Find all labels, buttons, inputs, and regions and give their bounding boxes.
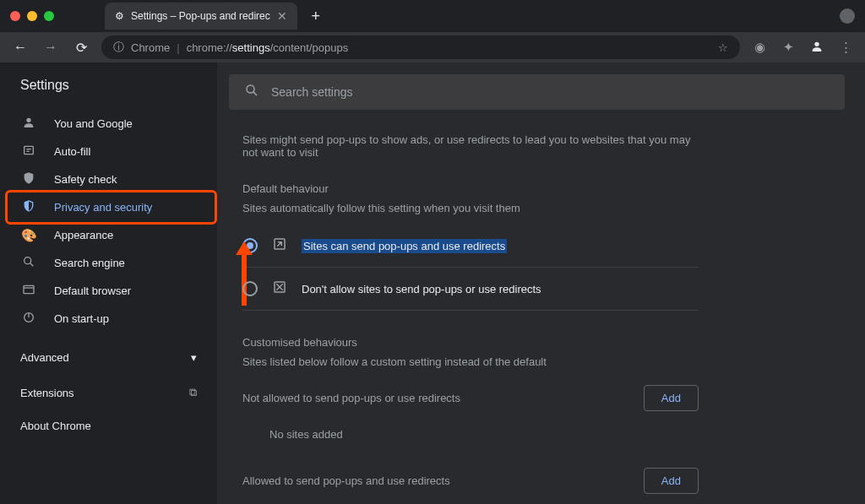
extensions-label: Extensions bbox=[20, 387, 74, 399]
radio-label-allow: Sites can send pop-ups and use redirects bbox=[302, 239, 507, 253]
chevron-down-icon: ▾ bbox=[191, 351, 197, 364]
address-bar[interactable]: ⓘ Chrome | chrome://settings/content/pop… bbox=[101, 35, 740, 59]
back-button[interactable]: ← bbox=[10, 40, 30, 55]
sidebar-item-search[interactable]: Search engine bbox=[0, 249, 217, 277]
sidebar-item-you-google[interactable]: You and Google bbox=[0, 110, 217, 138]
advanced-label: Advanced bbox=[20, 351, 69, 364]
power-icon bbox=[20, 311, 37, 327]
svg-rect-2 bbox=[24, 146, 34, 154]
maximize-window-button[interactable] bbox=[44, 11, 54, 21]
sidebar-item-default-browser[interactable]: Default browser bbox=[0, 277, 217, 305]
sidebar-item-label: Appearance bbox=[54, 229, 113, 241]
search-icon bbox=[20, 255, 37, 271]
svg-line-6 bbox=[30, 263, 34, 267]
reload-button[interactable]: ⟳ bbox=[71, 40, 91, 56]
tab-title: Settings – Pop-ups and redirec bbox=[131, 10, 270, 22]
custom-behaviours-title: Customised behaviours bbox=[242, 336, 699, 349]
sidebar-extensions[interactable]: Extensions ⧉ bbox=[0, 376, 217, 409]
no-sites-allowed: No sites added bbox=[242, 501, 699, 504]
autofill-icon bbox=[20, 144, 37, 160]
profile-icon[interactable] bbox=[808, 40, 826, 56]
add-not-allowed-button[interactable]: Add bbox=[644, 385, 699, 411]
shield-check-icon bbox=[20, 171, 37, 187]
svg-rect-7 bbox=[24, 285, 34, 293]
svg-point-1 bbox=[26, 118, 30, 122]
close-window-button[interactable] bbox=[10, 11, 20, 21]
minimize-window-button[interactable] bbox=[27, 11, 37, 21]
sidebar-item-privacy[interactable]: Privacy and security bbox=[0, 193, 217, 221]
external-link-icon: ⧉ bbox=[189, 386, 197, 399]
sidebar-header: Settings bbox=[0, 78, 217, 110]
sidebar-item-label: On start-up bbox=[54, 312, 109, 325]
close-tab-icon[interactable]: ✕ bbox=[277, 9, 287, 23]
about-label: About Chrome bbox=[20, 420, 91, 432]
radio-label-block: Don't allow sites to send pop-ups or use… bbox=[302, 283, 541, 295]
add-allowed-button[interactable]: Add bbox=[644, 468, 699, 494]
settings-search[interactable] bbox=[229, 74, 845, 110]
forward-button[interactable]: → bbox=[41, 40, 61, 55]
gear-icon: ⚙ bbox=[115, 10, 124, 22]
default-behaviour-sub: Sites automatically follow this setting … bbox=[242, 202, 699, 214]
sidebar-advanced[interactable]: Advanced ▾ bbox=[0, 339, 217, 376]
no-sites-not-allowed: No sites added bbox=[242, 418, 699, 451]
profile-indicator-icon[interactable] bbox=[840, 8, 855, 24]
settings-sidebar: Settings You and Google Auto-fill Safety… bbox=[0, 62, 217, 504]
settings-main: Sites might send pop-ups to show ads, or… bbox=[217, 62, 865, 504]
sidebar-item-label: Privacy and security bbox=[54, 201, 152, 214]
extensions-icon[interactable]: ✦ bbox=[779, 40, 797, 55]
allowed-title: Allowed to send pop-ups and use redirect… bbox=[242, 474, 450, 487]
bookmark-star-icon[interactable]: ☆ bbox=[718, 41, 728, 54]
svg-line-12 bbox=[253, 92, 257, 95]
radio-option-allow[interactable]: Sites can send pop-ups and use redirects bbox=[242, 225, 699, 268]
not-allowed-title: Not allowed to send pop-ups or use redir… bbox=[242, 392, 460, 404]
radio-option-block[interactable]: Don't allow sites to send pop-ups or use… bbox=[242, 268, 699, 311]
sidebar-about[interactable]: About Chrome bbox=[0, 409, 217, 442]
menu-icon[interactable]: ⋮ bbox=[836, 40, 855, 55]
popup-block-icon bbox=[271, 279, 288, 298]
url-text: chrome://settings/content/popups bbox=[187, 41, 349, 54]
palette-icon: 🎨 bbox=[20, 228, 37, 243]
sidebar-item-appearance[interactable]: 🎨 Appearance bbox=[0, 221, 217, 249]
site-info-icon[interactable]: ⓘ bbox=[113, 40, 124, 55]
popup-allow-icon bbox=[271, 236, 288, 255]
traffic-lights bbox=[10, 11, 54, 21]
sidebar-item-autofill[interactable]: Auto-fill bbox=[0, 138, 217, 165]
sidebar-item-label: Safety check bbox=[54, 173, 117, 186]
shield-icon bbox=[20, 199, 37, 215]
person-icon bbox=[20, 116, 37, 132]
browser-icon bbox=[20, 283, 37, 299]
pinterest-extension-icon[interactable]: ◉ bbox=[750, 40, 769, 55]
radio-button-block[interactable] bbox=[242, 281, 258, 296]
window-titlebar: ⚙ Settings – Pop-ups and redirec ✕ + bbox=[0, 0, 865, 32]
sidebar-item-label: You and Google bbox=[54, 117, 133, 130]
svg-point-0 bbox=[814, 41, 819, 46]
custom-behaviours-sub: Sites listed below follow a custom setti… bbox=[242, 355, 699, 368]
sidebar-item-label: Auto-fill bbox=[54, 145, 90, 158]
sidebar-item-safety[interactable]: Safety check bbox=[0, 165, 217, 193]
svg-point-11 bbox=[247, 85, 254, 93]
default-behaviour-title: Default behaviour bbox=[242, 182, 699, 195]
sidebar-item-label: Search engine bbox=[54, 257, 125, 269]
url-scheme-label: Chrome bbox=[131, 41, 170, 54]
page-intro: Sites might send pop-ups to show ads, or… bbox=[242, 133, 699, 159]
sidebar-item-label: Default browser bbox=[54, 285, 131, 297]
search-input[interactable] bbox=[271, 85, 830, 99]
new-tab-button[interactable]: + bbox=[304, 4, 328, 28]
search-icon bbox=[244, 83, 259, 101]
sidebar-item-startup[interactable]: On start-up bbox=[0, 305, 217, 333]
browser-toolbar: ← → ⟳ ⓘ Chrome | chrome://settings/conte… bbox=[0, 32, 865, 62]
browser-tab[interactable]: ⚙ Settings – Pop-ups and redirec ✕ bbox=[105, 3, 297, 30]
svg-point-5 bbox=[24, 257, 31, 264]
